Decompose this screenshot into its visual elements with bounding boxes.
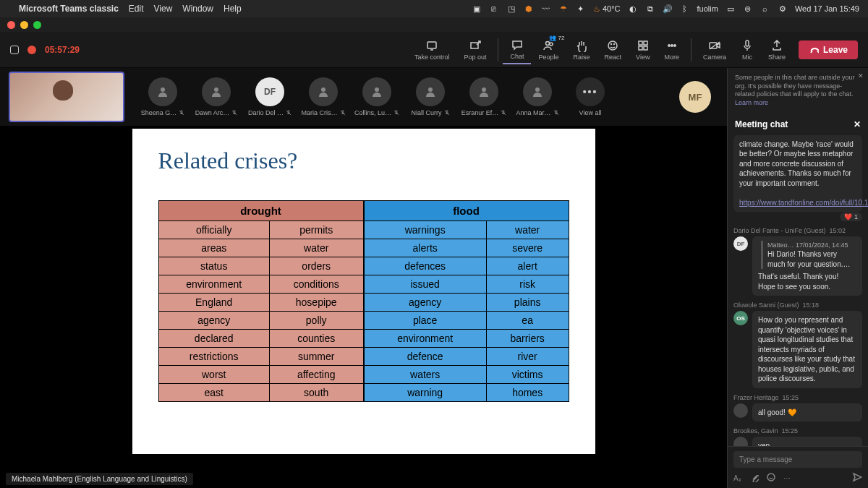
raise-hand-icon [575, 39, 588, 52]
status-icon-7[interactable]: ✦ [576, 4, 586, 14]
recording-indicator-icon [27, 46, 36, 54]
more-input-button[interactable]: ⋯ [783, 474, 791, 482]
participant-tile[interactable]: Niall Curry [407, 77, 454, 116]
participant-tile[interactable]: Sheena G… [139, 77, 187, 116]
react-icon [606, 39, 619, 52]
status-icon-5[interactable]: 〰 [541, 4, 551, 14]
muted-icon [179, 110, 184, 116]
muted-icon [340, 110, 346, 116]
take-control-button[interactable]: Take control [407, 36, 457, 64]
view-all-button[interactable]: ••• View all [576, 77, 605, 116]
wifi-icon[interactable]: ⊚ [743, 4, 753, 14]
svg-point-17 [214, 87, 218, 92]
macos-menubar: Microsoft Teams classic Edit View Window… [0, 0, 868, 17]
chat-message: Frazer Heritage 15:25 all good! 🧡 [733, 394, 862, 422]
screen-mirror-icon[interactable]: ⧉ [645, 4, 655, 14]
attach-button[interactable] [749, 472, 759, 484]
chat-link[interactable]: https://www.tandfonline.com/doi/full/10.… [739, 199, 868, 207]
participant-name: Anna Mar… [516, 109, 558, 116]
ellipsis-icon: ••• [583, 86, 598, 98]
svg-point-4 [608, 41, 617, 50]
window-maximize-button[interactable] [33, 21, 41, 29]
participant-tile[interactable]: Anna Mar… [514, 77, 561, 116]
table-row: declaredcounties [158, 330, 363, 348]
self-view[interactable]: MF [679, 81, 711, 113]
more-button[interactable]: More [657, 36, 686, 64]
participant-tile[interactable]: Esranur Ef… [460, 77, 508, 116]
react-button[interactable]: React [597, 36, 629, 64]
status-icon-2[interactable]: ⎚ [489, 4, 499, 14]
people-button[interactable]: 👥 72 People [531, 36, 566, 64]
status-icon-4[interactable]: ⬢ [524, 4, 534, 14]
table-row: eastsouth [158, 384, 363, 402]
menu-view[interactable]: View [154, 4, 173, 14]
participant-avatar: DF [255, 77, 284, 106]
status-icon-6[interactable]: ☂ [558, 4, 569, 14]
close-chat-button[interactable]: ✕ [854, 119, 861, 129]
camera-button[interactable]: Camera [696, 36, 733, 64]
participant-name: Dawn Arc… [195, 109, 238, 116]
table-row: officiallypermits [158, 221, 363, 239]
chat-message: Dario Del Fante - UniFe (Guest) 15:02 DF… [733, 227, 862, 296]
window-close-button[interactable] [7, 21, 15, 29]
participant-name: Esranur Ef… [461, 109, 507, 116]
table-row: warninghomes [364, 384, 569, 402]
leave-icon [809, 45, 819, 55]
mic-button[interactable]: Mic [733, 36, 761, 64]
table-row: warningswater [364, 221, 569, 239]
message-reaction[interactable]: ❤️ 1 [840, 213, 862, 221]
slide-title: Related crises? [158, 147, 569, 174]
chat-panel: Some people in this chat are outside you… [727, 68, 868, 488]
popout-button[interactable]: Pop out [456, 36, 493, 64]
window-minimize-button[interactable] [20, 21, 28, 29]
search-icon[interactable]: ⌕ [760, 4, 770, 14]
table-row: alertssevere [364, 239, 569, 257]
menu-edit[interactable]: Edit [129, 4, 144, 14]
people-count-badge: 👥 72 [549, 35, 564, 41]
participant-tile[interactable]: Dawn Arc… [192, 77, 240, 116]
control-center-icon[interactable]: ⚙ [778, 4, 788, 14]
svg-point-21 [482, 87, 486, 92]
svg-point-6 [614, 43, 615, 44]
format-button[interactable]: Aᵪ [733, 474, 741, 482]
muted-icon [553, 110, 559, 116]
menu-help[interactable]: Help [224, 4, 242, 14]
self-avatar: MF [679, 81, 711, 113]
participant-avatar [523, 77, 552, 106]
learn-more-link[interactable]: Learn more [735, 99, 768, 106]
emoji-button[interactable] [766, 472, 776, 484]
chat-message-list[interactable]: climate change. Maybe 'race' would be be… [728, 135, 868, 446]
volume-icon[interactable]: 🔊 [663, 4, 673, 14]
shared-content-area: Related crises? drought officiallypermit… [0, 126, 727, 488]
send-button[interactable] [852, 472, 862, 484]
leave-button[interactable]: Leave [799, 40, 858, 59]
status-icon-1[interactable]: ▣ [472, 4, 482, 14]
participant-tile[interactable]: DFDario Del … [246, 77, 294, 116]
temp-indicator[interactable]: ♨ 40°C [593, 4, 621, 14]
menu-window[interactable]: Window [182, 4, 213, 14]
shield-icon [10, 46, 19, 54]
svg-point-19 [375, 87, 379, 92]
svg-rect-10 [644, 46, 647, 50]
share-button[interactable]: Share [761, 36, 793, 64]
user-name[interactable]: fuolim [697, 4, 718, 13]
close-notice-button[interactable]: ✕ [858, 72, 864, 81]
chat-button[interactable]: Chat [503, 35, 531, 64]
status-icon-3[interactable]: ◳ [506, 4, 516, 14]
avatar-icon: OS [733, 311, 748, 325]
bluetooth-icon[interactable]: ᛒ [680, 4, 690, 14]
datetime[interactable]: Wed 17 Jan 15:49 [795, 4, 859, 13]
message-input[interactable]: Type a message [733, 451, 862, 468]
app-name[interactable]: Microsoft Teams classic [19, 4, 119, 14]
svg-point-22 [535, 87, 540, 92]
participant-tile[interactable]: Collins, Lu… [353, 77, 401, 116]
participant-tile[interactable]: Maria Cris… [299, 77, 347, 116]
more-icon [665, 39, 678, 52]
active-speaker-video[interactable] [9, 72, 124, 122]
participant-avatar [362, 77, 391, 106]
participant-avatar [416, 77, 445, 106]
battery-icon[interactable]: ▭ [726, 4, 736, 14]
do-not-disturb-icon[interactable]: ◐ [628, 4, 638, 14]
view-button[interactable]: View [629, 36, 657, 64]
raise-hand-button[interactable]: Raise [566, 36, 597, 64]
